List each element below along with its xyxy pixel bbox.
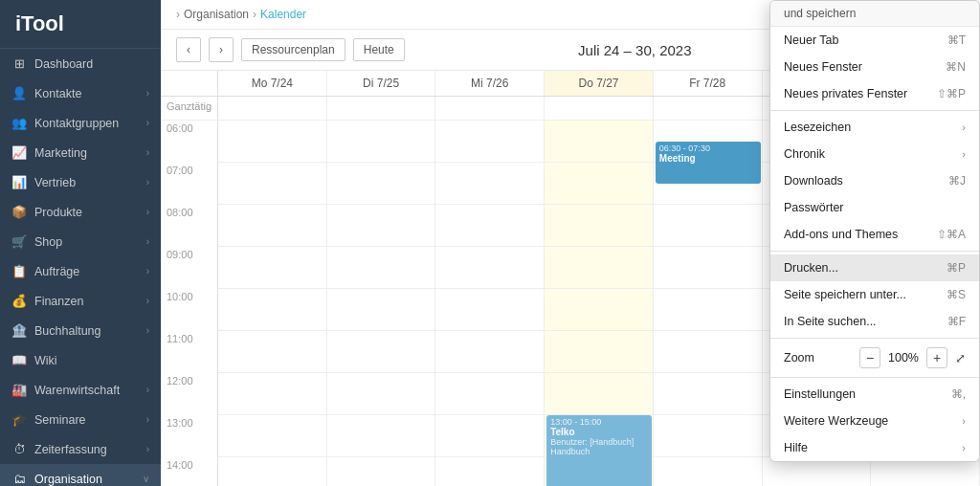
menu-label-addons: Add-ons und Themes: [784, 228, 898, 241]
menu-shortcut-new-tab: ⌘T: [947, 33, 966, 47]
zoom-value: 100%: [886, 351, 921, 364]
menu-label-werkzeuge: Weitere Werkzeuge: [784, 414, 888, 428]
menu-label-new-window: Neues Fenster: [784, 60, 862, 74]
zoom-row: Zoom − 100% + ⤢: [770, 342, 979, 374]
menu-shortcut-drucken: ⌘P: [947, 261, 966, 275]
menu-item-passwoerter[interactable]: Passwörter: [770, 194, 979, 221]
zoom-minus-button[interactable]: −: [859, 347, 880, 368]
divider-3: [770, 338, 979, 339]
menu-label-save-page: Seite speichern unter...: [784, 288, 906, 301]
context-menu: und speichern Neuer Tab ⌘T Neues Fenster…: [769, 0, 980, 462]
zoom-controls: − 100% + ⤢: [859, 347, 966, 368]
menu-item-downloads[interactable]: Downloads ⌘J: [770, 167, 979, 194]
arrow-icon: ›: [962, 442, 966, 453]
zoom-plus-button[interactable]: +: [926, 347, 947, 368]
menu-item-private-window[interactable]: Neues privates Fenster ⇧⌘P: [770, 80, 979, 107]
menu-shortcut-downloads: ⌘J: [948, 174, 966, 188]
menu-shortcut-find-in-page: ⌘F: [947, 315, 966, 328]
menu-item-einstellungen[interactable]: Einstellungen ⌘,: [770, 381, 979, 408]
menu-shortcut-einstellungen: ⌘,: [951, 387, 966, 401]
menu-label-chronik: Chronik: [784, 147, 825, 161]
arrow-icon: ›: [962, 122, 966, 133]
menu-item-lesezeichen[interactable]: Lesezeichen ›: [770, 114, 979, 141]
divider-2: [770, 251, 979, 252]
menu-label-downloads: Downloads: [784, 174, 843, 188]
menu-label-lesezeichen: Lesezeichen: [784, 121, 851, 134]
menu-label-passwoerter: Passwörter: [784, 201, 844, 214]
divider-1: [770, 110, 979, 111]
menu-item-find-in-page[interactable]: In Seite suchen... ⌘F: [770, 308, 979, 335]
menu-label-drucken: Drucken...: [784, 261, 838, 275]
menu-item-new-window[interactable]: Neues Fenster ⌘N: [770, 54, 979, 80]
menu-shortcut-private-window: ⇧⌘P: [937, 87, 966, 100]
menu-label-private-window: Neues privates Fenster: [784, 87, 907, 100]
menu-label-hilfe: Hilfe: [784, 441, 808, 454]
menu-item-drucken[interactable]: Drucken... ⌘P: [770, 254, 979, 281]
menu-label-find-in-page: In Seite suchen...: [784, 315, 877, 328]
menu-label-new-tab: Neuer Tab: [784, 33, 838, 47]
menu-item-addons[interactable]: Add-ons und Themes ⇧⌘A: [770, 221, 979, 248]
zoom-label: Zoom: [784, 351, 814, 364]
menu-item-hilfe[interactable]: Hilfe ›: [770, 434, 979, 461]
menu-label-einstellungen: Einstellungen: [784, 387, 856, 401]
menu-item-chronik[interactable]: Chronik ›: [770, 141, 979, 167]
context-menu-overlay: und speichern Neuer Tab ⌘T Neues Fenster…: [0, 0, 980, 486]
context-menu-top-text: und speichern: [770, 1, 979, 27]
arrow-icon: ›: [962, 415, 966, 427]
menu-item-new-tab[interactable]: Neuer Tab ⌘T: [770, 27, 979, 54]
arrow-icon: ›: [962, 148, 966, 160]
menu-item-werkzeuge[interactable]: Weitere Werkzeuge ›: [770, 408, 979, 434]
menu-shortcut-new-window: ⌘N: [946, 60, 966, 74]
zoom-expand-icon[interactable]: ⤢: [955, 351, 966, 365]
menu-shortcut-addons: ⇧⌘A: [937, 228, 966, 241]
divider-4: [770, 377, 979, 378]
menu-shortcut-save-page: ⌘S: [947, 288, 966, 301]
menu-item-save-page[interactable]: Seite speichern unter... ⌘S: [770, 281, 979, 308]
